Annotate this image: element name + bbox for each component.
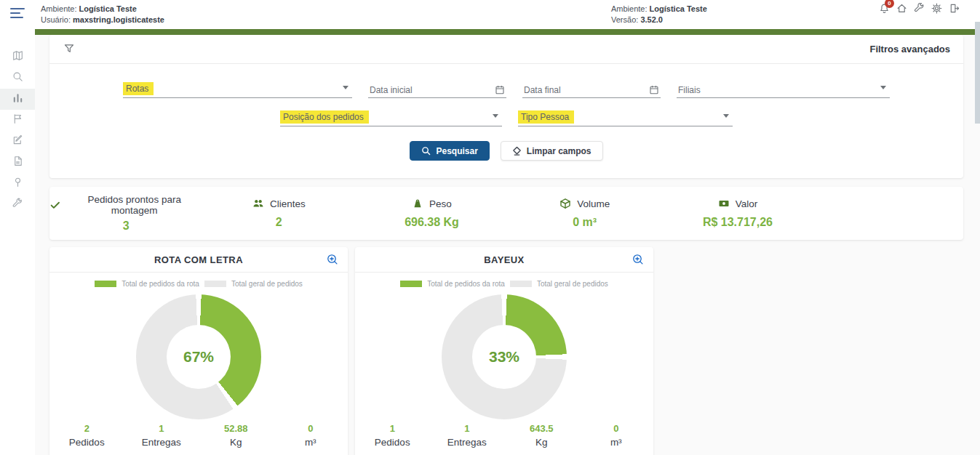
data-final-placeholder: Data final bbox=[524, 85, 561, 95]
filiais-select[interactable]: Filiais bbox=[677, 81, 890, 98]
donut-chart[interactable]: 67% bbox=[136, 294, 261, 419]
stat-kg: 643.5 Kg bbox=[504, 423, 579, 448]
chevron-down-icon bbox=[493, 114, 498, 121]
summary-label: Clientes bbox=[270, 198, 306, 209]
bar-chart-icon bbox=[12, 92, 23, 106]
sidebar-item-dashboard[interactable] bbox=[0, 89, 35, 110]
summary-strip: Pedidos prontos para montagem 3 Clientes… bbox=[49, 187, 963, 240]
sidebar-item-search[interactable] bbox=[0, 68, 35, 89]
stat-value: 1 bbox=[355, 423, 430, 434]
versao-label: Versão: bbox=[611, 15, 638, 24]
pin-icon bbox=[12, 177, 23, 190]
sidebar-item-document[interactable] bbox=[0, 152, 35, 173]
summary-value: 696.38 Kg bbox=[355, 216, 508, 229]
pesquisar-button[interactable]: Pesquisar bbox=[410, 141, 489, 161]
summary-peso: Peso 696.38 Kg bbox=[355, 198, 508, 229]
stat-label: Kg bbox=[199, 437, 274, 448]
donut-center-label: 67% bbox=[136, 294, 261, 419]
sidebar bbox=[0, 29, 35, 455]
gear-icon[interactable] bbox=[931, 3, 944, 15]
chevron-down-icon bbox=[880, 86, 886, 92]
chart-legend: Total de pedidos da rota Total geral de … bbox=[355, 280, 653, 288]
environment-version-info: Ambiente: Logística Teste Versão: 3.52.0 bbox=[611, 4, 707, 25]
summary-label: Pedidos prontos para montagem bbox=[66, 194, 202, 216]
logout-icon[interactable] bbox=[949, 3, 961, 15]
ambiente-label: Ambiente: bbox=[41, 4, 77, 13]
legend-label-green: Total de pedidos da rota bbox=[427, 280, 505, 288]
filiais-label: Filiais bbox=[678, 85, 701, 95]
hamburger-menu-icon[interactable] bbox=[10, 8, 26, 21]
legend-swatch-green bbox=[400, 281, 422, 287]
sidebar-item-tools[interactable] bbox=[0, 194, 35, 215]
header-actions: 0 bbox=[879, 3, 961, 15]
sidebar-item-location[interactable] bbox=[0, 173, 35, 194]
usuario-label: Usuário: bbox=[41, 15, 71, 24]
posicao-pedidos-select[interactable]: Posição dos pedidos bbox=[280, 110, 502, 126]
data-inicial-input[interactable]: Data inicial bbox=[368, 81, 506, 98]
summary-label: Volume bbox=[577, 198, 610, 209]
route-card-bayeux: BAYEUX Total de pedidos da rota Total ge… bbox=[355, 247, 653, 455]
filter-icon[interactable] bbox=[63, 43, 75, 55]
stat-entregas: 1 Entregas bbox=[124, 423, 199, 448]
bell-icon[interactable]: 0 bbox=[879, 3, 891, 15]
summary-volume: Volume 0 m³ bbox=[509, 198, 661, 229]
zoom-in-icon[interactable] bbox=[327, 254, 339, 266]
stat-label: Pedidos bbox=[49, 437, 124, 448]
sidebar-item-edit[interactable] bbox=[0, 131, 35, 152]
weight-icon bbox=[412, 198, 423, 209]
limpar-campos-button-label: Limpar campos bbox=[527, 146, 591, 156]
search-icon bbox=[421, 146, 431, 156]
document-icon bbox=[12, 156, 23, 169]
legend-label-gray: Total geral de pedidos bbox=[231, 280, 303, 288]
summary-label: Peso bbox=[429, 198, 452, 209]
wrench-icon[interactable] bbox=[914, 3, 926, 15]
accent-bar bbox=[35, 29, 980, 35]
route-cards: ROTA COM LETRA Total de pedidos da rota … bbox=[49, 247, 963, 455]
stat-m3: 0 m³ bbox=[274, 423, 348, 448]
zoom-in-icon[interactable] bbox=[632, 254, 645, 266]
sidebar-item-map[interactable] bbox=[0, 47, 35, 68]
route-card-title: ROTA COM LETRA bbox=[154, 254, 243, 265]
filter-fields: Rotas Data inicial Data final Filiais bbox=[49, 64, 963, 178]
tipo-pessoa-select[interactable]: Tipo Pessoa bbox=[518, 110, 733, 126]
stat-value: 0 bbox=[579, 423, 654, 434]
calendar-icon[interactable] bbox=[495, 85, 504, 94]
stat-pedidos: 2 Pedidos bbox=[49, 423, 124, 448]
donut-chart[interactable]: 33% bbox=[442, 294, 567, 419]
rotas-label: Rotas bbox=[123, 82, 154, 95]
filter-panel-header: Filtros avançados bbox=[49, 35, 963, 64]
stat-label: Kg bbox=[504, 437, 579, 448]
legend-swatch-gray bbox=[510, 281, 532, 287]
notification-badge: 0 bbox=[885, 0, 894, 8]
route-stats: 2 Pedidos 1 Entregas 52.88 Kg 0 m³ bbox=[49, 423, 348, 448]
stat-m3: 0 m³ bbox=[579, 423, 654, 448]
chart-legend: Total de pedidos da rota Total geral de … bbox=[49, 280, 348, 288]
sidebar-item-routes[interactable] bbox=[0, 110, 35, 131]
legend-label-gray: Total geral de pedidos bbox=[537, 280, 608, 288]
home-icon[interactable] bbox=[896, 3, 909, 15]
stat-entregas: 1 Entregas bbox=[430, 423, 505, 448]
route-stats: 1 Pedidos 1 Entregas 643.5 Kg 0 m³ bbox=[355, 423, 653, 448]
ambiente-value: Logística Teste bbox=[79, 4, 137, 13]
pesquisar-button-label: Pesquisar bbox=[436, 146, 477, 156]
data-final-input[interactable]: Data final bbox=[522, 81, 661, 98]
chevron-down-icon bbox=[723, 114, 729, 121]
eraser-icon bbox=[512, 146, 522, 156]
stat-label: m³ bbox=[579, 437, 654, 448]
main-content: Filtros avançados Rotas Data inicial Dat… bbox=[35, 35, 980, 455]
summary-clientes: Clientes 2 bbox=[202, 198, 355, 229]
flag-icon bbox=[12, 113, 23, 127]
summary-value: 2 bbox=[202, 216, 355, 229]
map-icon bbox=[12, 50, 23, 64]
donut-center-label: 33% bbox=[442, 294, 567, 419]
calendar-icon[interactable] bbox=[650, 85, 658, 94]
stat-label: Pedidos bbox=[355, 437, 430, 448]
chevron-down-icon bbox=[343, 86, 348, 92]
limpar-campos-button[interactable]: Limpar campos bbox=[501, 141, 603, 161]
tools-icon bbox=[12, 198, 23, 212]
environment-user-info: Ambiente: Logística Teste Usuário: maxst… bbox=[41, 4, 164, 25]
rotas-select[interactable]: Rotas bbox=[123, 81, 352, 98]
summary-valor: Valor R$ 13.717,26 bbox=[661, 198, 814, 229]
usuario-value: maxstring.logisticateste bbox=[73, 15, 164, 24]
scrollbar-thumb[interactable] bbox=[975, 22, 980, 124]
